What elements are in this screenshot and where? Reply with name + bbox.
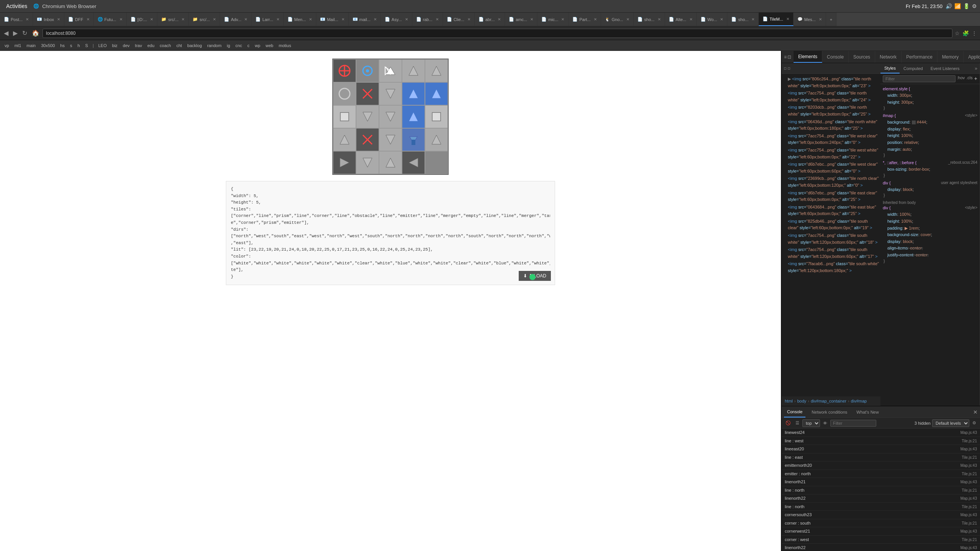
tab-src2[interactable]: 📁src/...✕: [189, 13, 220, 26]
devtools-tab-performance[interactable]: Performance: [902, 51, 938, 63]
tab-men[interactable]: 📄Men...✕: [284, 13, 317, 26]
cls-toggle[interactable]: .cls: [966, 75, 973, 82]
console-filter-btn[interactable]: ☰: [794, 420, 801, 426]
tab-sho2[interactable]: 📄sho...✕: [727, 13, 759, 26]
console-close-btn[interactable]: ✕: [973, 409, 978, 415]
network-icon[interactable]: 📶: [954, 3, 961, 9]
tab-mail1[interactable]: 📧Mail...✕: [316, 13, 348, 26]
console-levels-select[interactable]: Default levels: [932, 419, 969, 427]
bookmark-edu[interactable]: edu: [145, 42, 157, 49]
console-tab-console[interactable]: Console: [784, 406, 805, 417]
home-button[interactable]: 🏠: [30, 29, 41, 37]
devtools-tab-console[interactable]: Console: [822, 51, 849, 63]
bookmark-S[interactable]: S: [83, 42, 90, 49]
devtools-collapse-btn[interactable]: ≡: [784, 54, 787, 60]
tab-futu[interactable]: 🌐Futu...✕: [94, 13, 127, 26]
hov-toggle[interactable]: :hov: [957, 75, 965, 82]
dom-node-9: <img src="d6b7ebc...png" class="tile eas…: [783, 189, 879, 204]
reload-button[interactable]: ↻: [21, 29, 29, 37]
activities-menu[interactable]: Activities: [3, 3, 30, 9]
bookmark-h[interactable]: h: [75, 42, 82, 49]
bookmark-vp[interactable]: vp: [2, 42, 11, 49]
bookmark-ml1[interactable]: ml1: [12, 42, 24, 49]
devtools-tab-application[interactable]: Application: [964, 51, 980, 63]
tab-mes[interactable]: 💬Mes...✕: [794, 13, 826, 26]
console-filter-input[interactable]: [830, 420, 876, 427]
devtools-tab-network[interactable]: Network: [875, 51, 902, 63]
bookmark-star[interactable]: ☆: [954, 29, 960, 37]
tab-part[interactable]: 📄Part...✕: [568, 13, 601, 26]
bookmark-ig[interactable]: ig: [225, 42, 233, 49]
bookmark-trav[interactable]: trav: [133, 42, 144, 49]
breadcrumb-map[interactable]: div#map: [851, 399, 867, 403]
bookmark-coach[interactable]: coach: [157, 42, 173, 49]
bookmark-30x500[interactable]: 30x500: [39, 42, 57, 49]
tab-adv[interactable]: 📄Adv...✕: [220, 13, 252, 26]
address-bar[interactable]: [42, 29, 952, 38]
tab-post[interactable]: 📄Post...✕: [0, 13, 33, 26]
bookmark-main[interactable]: main: [24, 42, 38, 49]
tab-wo[interactable]: 📄Wo...✕: [697, 13, 727, 26]
extensions-btn[interactable]: 🧩: [962, 29, 970, 37]
bookmark-dev[interactable]: dev: [121, 42, 132, 49]
tab-id[interactable]: 📄[iD:...✕: [127, 13, 158, 26]
bookmark-motius[interactable]: motius: [276, 42, 293, 49]
devtools-tab-memory[interactable]: Memory: [938, 51, 964, 63]
breadcrumb-body[interactable]: body: [797, 399, 806, 403]
devtools-tab-sources[interactable]: Sources: [849, 51, 875, 63]
tile-1-3: [402, 82, 425, 105]
tab-rab[interactable]: 📄rab...✕: [412, 13, 443, 26]
tab-src1[interactable]: 📁src/...✕: [157, 13, 189, 26]
sound-icon[interactable]: 🔊: [946, 3, 952, 9]
bookmark-wp[interactable]: wp: [253, 42, 263, 49]
code-line-14: }: [231, 274, 550, 280]
console-tab-whats-new[interactable]: What's New: [853, 406, 882, 417]
bookmark-backlog[interactable]: backlog: [185, 42, 204, 49]
console-settings-btn[interactable]: ⚙: [971, 420, 978, 426]
tab-mail2[interactable]: 📧mail...✕: [349, 13, 381, 26]
console-tab-network-conditions[interactable]: Network conditions: [808, 406, 850, 417]
breadcrumb-html[interactable]: html: [785, 399, 793, 403]
console-clear-btn[interactable]: 🚫: [784, 420, 792, 426]
tab-inbox[interactable]: 📧Inbox✕: [33, 13, 64, 26]
devtools-tab-elements[interactable]: Elements: [794, 51, 822, 63]
tab-larr[interactable]: 📄Larr...✕: [252, 13, 283, 26]
bookmark-s[interactable]: s: [68, 42, 75, 49]
bookmark-c[interactable]: c: [245, 42, 252, 49]
tab-new[interactable]: +: [826, 13, 836, 26]
tab-abr[interactable]: 📄abr...✕: [475, 13, 505, 26]
tab-clie[interactable]: 📄Clie...✕: [443, 13, 475, 26]
styles-tab-computed[interactable]: Computed: [900, 63, 927, 73]
bookmark-random[interactable]: random: [205, 42, 224, 49]
styles-expand-btn[interactable]: »: [975, 66, 977, 71]
bookmark-cht[interactable]: cht: [174, 42, 185, 49]
bookmark-cnc[interactable]: cnc: [233, 42, 244, 49]
tab-sho1[interactable]: 📄sho...✕: [634, 13, 665, 26]
console-eye-btn[interactable]: 👁: [822, 420, 829, 426]
menu-btn[interactable]: ⋮: [971, 29, 978, 37]
console-context-select[interactable]: top: [802, 419, 820, 427]
bookmark-web[interactable]: web: [263, 42, 276, 49]
bookmark-leo[interactable]: LEO: [96, 42, 109, 49]
tab-amc[interactable]: 📄amc...✕: [505, 13, 537, 26]
tab-dff[interactable]: 📄DFF✕: [64, 13, 93, 26]
breadcrumb-map-container[interactable]: div#map_container: [811, 399, 846, 403]
devtools-inspect-btn[interactable]: ⊡: [787, 54, 791, 60]
tab-alte[interactable]: 📄Alte...✕: [665, 13, 697, 26]
styles-tab-event-listeners[interactable]: Event Listeners: [927, 63, 964, 73]
console-entry-1: linewest24 Map.js:43: [782, 429, 980, 437]
bookmark-biz[interactable]: biz: [110, 42, 120, 49]
styles-add-btn[interactable]: +: [974, 75, 977, 82]
tab-asy[interactable]: 📄Asy...✕: [381, 13, 412, 26]
tab-tilemap[interactable]: 📄TileM...✕: [759, 13, 794, 26]
console-entry-7: linenorth21 Map.js:43: [782, 478, 980, 486]
settings-icon[interactable]: ⚙: [972, 3, 977, 9]
tab-mic[interactable]: 📄mic...✕: [537, 13, 568, 26]
styles-filter-input[interactable]: [883, 75, 956, 82]
bookmark-hs[interactable]: hs: [58, 42, 67, 49]
back-button[interactable]: ◀: [2, 29, 10, 37]
styles-tab-styles[interactable]: Styles: [880, 63, 900, 73]
forward-button[interactable]: ▶: [11, 29, 19, 37]
tab-gno[interactable]: 🐧Gno...✕: [601, 13, 634, 26]
battery-icon[interactable]: 🔋: [963, 3, 970, 9]
